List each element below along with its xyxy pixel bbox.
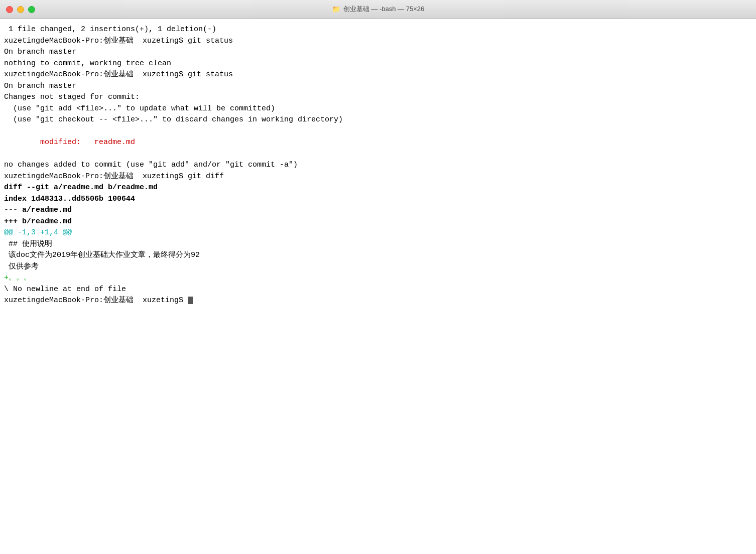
line-diff2: index 1d48313..dd5506b 100644	[4, 194, 750, 205]
minimize-button[interactable]	[17, 6, 24, 13]
line-2: xuzetingdeMacBook-Pro:创业基础 xuzeting$ git…	[4, 36, 750, 47]
line-ctx2: 该doc文件为2019年创业基础大作业文章，最终得分为92	[4, 250, 750, 261]
line-10: no changes added to commit (use "git add…	[4, 160, 750, 171]
cursor	[188, 297, 193, 304]
titlebar: 📁 创业基础 — -bash — 75×26	[0, 0, 756, 19]
line-diff3: --- a/readme.md	[4, 205, 750, 216]
line-1: 1 file changed, 2 insertions(+), 1 delet…	[4, 24, 750, 36]
line-4: nothing to commit, working tree clean	[4, 58, 750, 70]
line-diff1: diff --git a/readme.md b/readme.md	[4, 182, 750, 194]
line-added: +。。。	[4, 272, 750, 284]
window-title: 📁 创业基础 — -bash — 75×26	[332, 4, 424, 14]
empty-2	[4, 149, 750, 160]
line-6: On branch master	[4, 81, 750, 92]
line-nonewline: \ No newline at end of file	[4, 284, 750, 296]
line-5: xuzetingdeMacBook-Pro:创业基础 xuzeting$ git…	[4, 69, 750, 81]
line-3: On branch master	[4, 47, 750, 58]
title-text: 创业基础 — -bash — 75×26	[343, 5, 424, 14]
modified-label: modified: readme.md	[4, 138, 135, 147]
line-7: Changes not staged for commit:	[4, 92, 750, 103]
line-hunk: @@ -1,3 +1,4 @@	[4, 227, 750, 239]
line-11: xuzetingdeMacBook-Pro:创业基础 xuzeting$ git…	[4, 171, 750, 183]
line-8: (use "git add <file>..." to update what …	[4, 103, 750, 115]
empty-1	[4, 126, 750, 137]
terminal-window: 📁 创业基础 — -bash — 75×26 1 file changed, 2…	[0, 0, 756, 554]
line-ctx3: 仅供参考	[4, 261, 750, 273]
line-modified: modified: readme.md	[4, 137, 750, 149]
line-ctx1: ## 使用说明	[4, 239, 750, 250]
line-9: (use "git checkout -- <file>..." to disc…	[4, 114, 750, 126]
folder-icon: 📁	[332, 4, 340, 14]
line-diff4: +++ b/readme.md	[4, 216, 750, 228]
close-button[interactable]	[6, 6, 13, 13]
maximize-button[interactable]	[28, 6, 35, 13]
terminal-body[interactable]: 1 file changed, 2 insertions(+), 1 delet…	[0, 19, 756, 554]
window-controls	[6, 6, 35, 13]
line-final-prompt: xuzetingdeMacBook-Pro:创业基础 xuzeting$	[4, 295, 750, 307]
